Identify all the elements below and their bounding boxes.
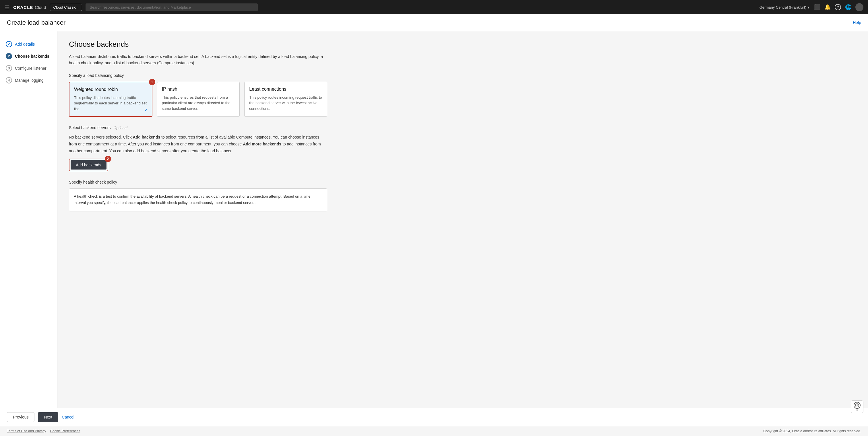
page-title: Create load balancer bbox=[7, 19, 65, 26]
backend-servers-label: Select backend servers Optional bbox=[69, 125, 327, 130]
help-link[interactable]: Help bbox=[853, 20, 861, 25]
page-header: Create load balancer Help bbox=[0, 14, 868, 31]
policy-desc-ip-hash: This policy ensures that requests from a… bbox=[162, 95, 235, 111]
policy-desc-weighted: This policy distributes incoming traffic… bbox=[74, 95, 147, 112]
backend-section: Select backend servers Optional No backe… bbox=[69, 125, 327, 171]
section-title: Choose backends bbox=[69, 40, 857, 49]
cancel-button[interactable]: Cancel bbox=[62, 415, 74, 420]
sidebar-badge-4: 4 bbox=[6, 77, 12, 83]
page-footer: Terms of Use and Privacy Cookie Preferen… bbox=[0, 426, 868, 436]
main-layout: ✓ Add details 2 Choose backends 3 Config… bbox=[0, 31, 868, 408]
policy-title-weighted: Weighted round robin bbox=[74, 87, 147, 92]
sidebar: ✓ Add details 2 Choose backends 3 Config… bbox=[0, 31, 57, 408]
cloud-classic-button[interactable]: Cloud Classic › bbox=[50, 4, 82, 11]
add-backends-wrapper: 2 Add backends bbox=[69, 159, 108, 171]
sidebar-item-choose-backends[interactable]: 2 Choose backends bbox=[0, 50, 57, 62]
policy-title-ip-hash: IP hash bbox=[162, 87, 235, 92]
sidebar-label-choose-backends: Choose backends bbox=[15, 54, 50, 59]
policy-title-least-connections: Least connections bbox=[249, 87, 322, 92]
policy-card-ip-hash[interactable]: IP hash This policy ensures that request… bbox=[157, 82, 240, 117]
annotation-badge-2: 2 bbox=[105, 156, 111, 162]
health-check-section: Specify health check policy A health che… bbox=[69, 180, 327, 211]
top-navigation: ☰ ORACLE Cloud Cloud Classic › Germany C… bbox=[0, 0, 868, 14]
previous-button[interactable]: Previous bbox=[7, 412, 34, 422]
sidebar-item-manage-logging[interactable]: 4 Manage logging bbox=[0, 74, 57, 86]
sidebar-item-configure-listener[interactable]: 3 Configure listener bbox=[0, 62, 57, 74]
optional-label: Optional bbox=[113, 126, 127, 130]
brand-cloud-text: Cloud bbox=[35, 5, 46, 10]
region-selector[interactable]: Germany Central (Frankfurt) ▾ bbox=[760, 5, 809, 9]
help-circle-icon[interactable]: ? bbox=[835, 4, 841, 10]
add-backends-button[interactable]: Add backends bbox=[71, 160, 106, 170]
sidebar-item-add-details[interactable]: ✓ Add details bbox=[0, 38, 57, 50]
sidebar-label-configure-listener[interactable]: Configure listener bbox=[15, 66, 46, 71]
policy-section-label: Specify a load balancing policy bbox=[69, 73, 857, 78]
backend-description: No backend servers selected. Click Add b… bbox=[69, 134, 327, 154]
globe-icon[interactable]: 🌐 bbox=[845, 4, 851, 10]
terms-link[interactable]: Terms of Use and Privacy bbox=[7, 429, 46, 433]
add-backends-border: 2 Add backends bbox=[69, 159, 108, 171]
cookie-preferences-link[interactable]: Cookie Preferences bbox=[50, 429, 80, 433]
checkmark-icon: ✓ bbox=[144, 107, 148, 113]
search-input[interactable] bbox=[86, 3, 258, 11]
policy-desc-least-connections: This policy routes incoming request traf… bbox=[249, 95, 322, 111]
footer-copyright: Copyright © 2024, Oracle and/or its affi… bbox=[763, 429, 861, 433]
brand-oracle-text: ORACLE bbox=[13, 5, 33, 10]
health-check-label: Specify health check policy bbox=[69, 180, 327, 185]
bell-icon[interactable]: 🔔 bbox=[825, 4, 831, 10]
bottom-action-bar: Previous Next Cancel bbox=[0, 408, 868, 426]
sidebar-badge-1: ✓ bbox=[6, 41, 12, 47]
main-content: Choose backends A load balancer distribu… bbox=[57, 31, 868, 408]
health-check-description: A health check is a test to confirm the … bbox=[69, 189, 327, 211]
next-button[interactable]: Next bbox=[38, 412, 58, 422]
svg-rect-1 bbox=[857, 404, 858, 406]
nav-right: Germany Central (Frankfurt) ▾ ⬛ 🔔 ? 🌐 bbox=[760, 3, 863, 11]
policy-cards: 1 Weighted round robin This policy distr… bbox=[69, 82, 327, 117]
policy-card-weighted-round-robin[interactable]: 1 Weighted round robin This policy distr… bbox=[69, 82, 152, 117]
floating-help-icon bbox=[854, 402, 861, 409]
section-description: A load balancer distributes traffic to b… bbox=[69, 53, 327, 66]
annotation-badge-1: 1 bbox=[149, 79, 155, 85]
nav-icons: ⬛ 🔔 ? 🌐 bbox=[814, 3, 863, 11]
floating-help-widget[interactable]: ⠿ bbox=[851, 400, 863, 413]
terminal-icon[interactable]: ⬛ bbox=[814, 4, 820, 10]
user-avatar-icon[interactable] bbox=[856, 3, 863, 11]
floating-help-dots: ⠿ bbox=[856, 409, 858, 412]
sidebar-badge-2: 2 bbox=[6, 53, 12, 59]
sidebar-badge-3: 3 bbox=[6, 65, 12, 71]
oracle-brand: ORACLE Cloud bbox=[13, 5, 46, 10]
hamburger-menu-icon[interactable]: ☰ bbox=[5, 4, 10, 11]
sidebar-label-manage-logging[interactable]: Manage logging bbox=[15, 78, 43, 82]
footer-links: Terms of Use and Privacy Cookie Preferen… bbox=[7, 429, 80, 433]
policy-card-least-connections[interactable]: Least connections This policy routes inc… bbox=[244, 82, 327, 117]
sidebar-label-add-details[interactable]: Add details bbox=[15, 42, 35, 46]
